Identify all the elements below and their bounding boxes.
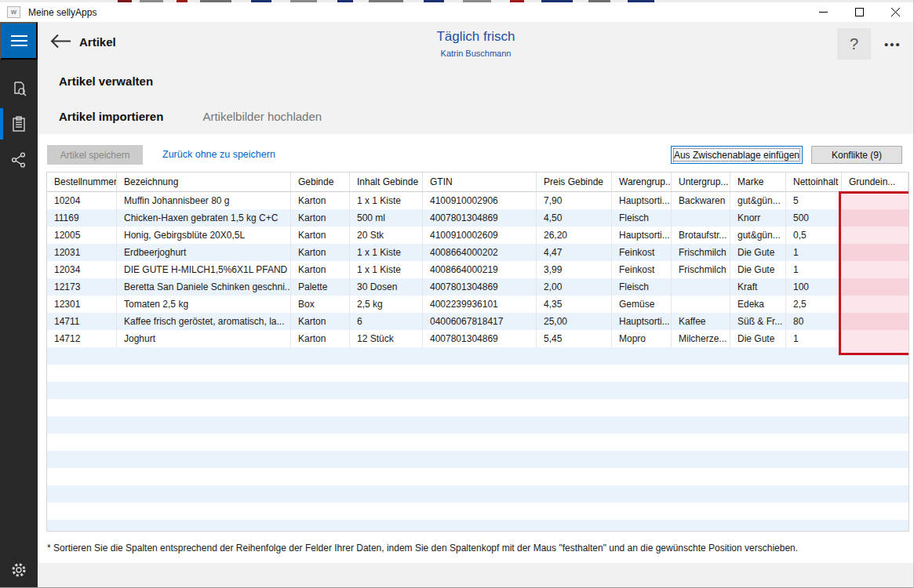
- column-header[interactable]: Warengrup...: [612, 172, 672, 191]
- table-cell: Mopro: [612, 330, 672, 347]
- column-header[interactable]: Marke: [730, 172, 786, 191]
- document-search-icon: [10, 80, 28, 98]
- table-row[interactable]: 10204Muffin Johannisbeer 80 gKarton1 x 1…: [47, 192, 909, 209]
- table-cell: [842, 296, 909, 313]
- table-cell: Karton: [291, 192, 350, 209]
- section-title: Artikel verwalten: [59, 74, 153, 88]
- help-button[interactable]: ?: [837, 28, 871, 60]
- table-cell: 4100910002609: [423, 227, 537, 244]
- table-row[interactable]: 14712JoghurtKarton12 Stück40078013048695…: [47, 330, 909, 347]
- table-cell: Honig, Gebirgsblüte 20X0,5L: [117, 227, 291, 244]
- table-cell: Muffin Johannisbeer 80 g: [117, 192, 291, 209]
- table-cell: Gemüse: [612, 296, 672, 313]
- clipboard-icon: [10, 115, 27, 133]
- column-header[interactable]: Untergrup...: [672, 172, 730, 191]
- sidebar-item-share[interactable]: [0, 143, 38, 177]
- paste-from-clipboard-button[interactable]: Aus Zwischenablage einfügen: [671, 146, 803, 164]
- table-cell: 10204: [47, 192, 117, 209]
- table-cell: [842, 227, 909, 244]
- table-cell: Hauptsorti...: [612, 192, 672, 209]
- table-row[interactable]: 12031ErdbeerjoghurtKarton1 x 1 Kiste4008…: [47, 244, 909, 261]
- tab-artikel-importieren[interactable]: Artikel importieren: [59, 110, 163, 123]
- table-cell: Erdbeerjoghurt: [117, 244, 291, 261]
- table-row[interactable]: 14711Kaffee frisch geröstet, aromatisch,…: [47, 313, 909, 330]
- column-header[interactable]: Gebinde: [291, 172, 350, 191]
- table-cell: 0,5: [786, 227, 842, 244]
- table-cell: Die Gute: [730, 244, 786, 261]
- table-cell: [842, 278, 909, 296]
- column-header[interactable]: GTIN: [423, 172, 537, 191]
- column-header[interactable]: Grundein...: [842, 172, 909, 191]
- column-header[interactable]: Preis Gebinde: [537, 172, 612, 191]
- save-button[interactable]: Artikel speichern: [47, 145, 143, 165]
- table-row[interactable]: 12173Beretta San Daniele Schinken geschn…: [47, 278, 909, 296]
- table-cell: 4007801304869: [423, 330, 537, 347]
- sidebar-item-catalog[interactable]: [0, 71, 38, 106]
- empty-row-stripe: [47, 347, 909, 365]
- table-row[interactable]: 12005Honig, Gebirgsblüte 20X0,5LKarton20…: [47, 227, 909, 244]
- column-header[interactable]: Bestellnummer: [47, 172, 117, 191]
- table-cell: Beretta San Daniele Schinken geschni...: [117, 278, 291, 296]
- sidebar-item-articles[interactable]: [0, 107, 38, 141]
- hamburger-menu-button[interactable]: [0, 22, 38, 60]
- ellipsis-icon: •••: [884, 38, 901, 51]
- sidebar-item-settings[interactable]: [0, 553, 38, 587]
- table-cell: 4008664000219: [423, 261, 537, 278]
- table-cell: gut&gün...: [730, 192, 786, 209]
- table-cell: 12 Stück: [350, 330, 423, 347]
- back-without-saving-link[interactable]: Zurück ohne zu speichern: [162, 149, 275, 160]
- table-cell: Karton: [291, 313, 350, 330]
- table-cell: 12005: [47, 227, 117, 244]
- table-cell: 2,5 kg: [350, 296, 423, 313]
- table-cell: Karton: [291, 330, 350, 347]
- table-cell: 1: [786, 244, 842, 261]
- conflicts-button[interactable]: Konflikte (9): [811, 146, 902, 164]
- table-cell: Kaffee: [672, 313, 730, 330]
- column-header[interactable]: Nettoinhalt: [786, 172, 842, 191]
- table-cell: 500: [786, 209, 842, 227]
- table-cell: 500 ml: [350, 209, 423, 227]
- table-cell: 1: [786, 330, 842, 347]
- maximize-button[interactable]: [841, 2, 877, 22]
- table-cell: 11169: [47, 209, 117, 227]
- column-header[interactable]: Bezeichnung: [117, 172, 291, 191]
- table-cell: Box: [291, 296, 350, 313]
- tab-bar: Artikel importieren Artikelbilder hochla…: [59, 110, 322, 123]
- table-cell: Kraft: [730, 278, 786, 296]
- empty-row-stripe: [47, 451, 909, 468]
- empty-row-stripe: [47, 434, 909, 451]
- table-cell: gut&gün...: [730, 227, 786, 244]
- empty-row-stripe: [47, 382, 909, 399]
- table-cell: 14711: [47, 313, 117, 330]
- table-cell: Edeka: [730, 296, 786, 313]
- store-name: Täglich frisch: [38, 29, 914, 45]
- close-button[interactable]: [877, 2, 913, 22]
- sidebar: [0, 22, 38, 588]
- table-cell: [842, 192, 909, 209]
- column-header[interactable]: Inhalt Gebinde: [350, 172, 423, 191]
- table-row[interactable]: 12301Tomaten 2,5 kgBox2,5 kg400223993610…: [47, 296, 909, 313]
- table-cell: [842, 209, 909, 227]
- table-cell: 4002239936101: [423, 296, 537, 313]
- table-cell: Palette: [291, 278, 350, 296]
- table-row[interactable]: 11169Chicken-Haxen gebraten 1,5 kg C+CKa…: [47, 209, 909, 227]
- empty-row-stripe: [47, 485, 909, 503]
- table-cell: [842, 330, 909, 347]
- tab-artikelbilder-hochladen[interactable]: Artikelbilder hochladen: [202, 110, 322, 123]
- empty-row-stripe: [47, 399, 909, 416]
- table-row[interactable]: 12034DIE GUTE H-MILCH1,5%6X1L PFANDKarto…: [47, 261, 909, 278]
- table-cell: 4007801304869: [423, 278, 537, 296]
- table-cell: Frischmilch: [672, 244, 730, 261]
- table-cell: [842, 261, 909, 278]
- minimize-button[interactable]: [805, 2, 841, 22]
- table-cell: Karton: [291, 261, 350, 278]
- table-cell: 26,20: [537, 227, 612, 244]
- table-cell: Fleisch: [612, 278, 672, 296]
- more-options-button[interactable]: •••: [876, 28, 909, 60]
- table-cell: 6: [350, 313, 423, 330]
- table-cell: 2,00: [537, 278, 612, 296]
- empty-row-stripe: [47, 520, 909, 532]
- app-logo-icon: w: [7, 6, 20, 18]
- table-cell: 20 Stk: [350, 227, 423, 244]
- table-cell: 04006067818417: [423, 313, 537, 330]
